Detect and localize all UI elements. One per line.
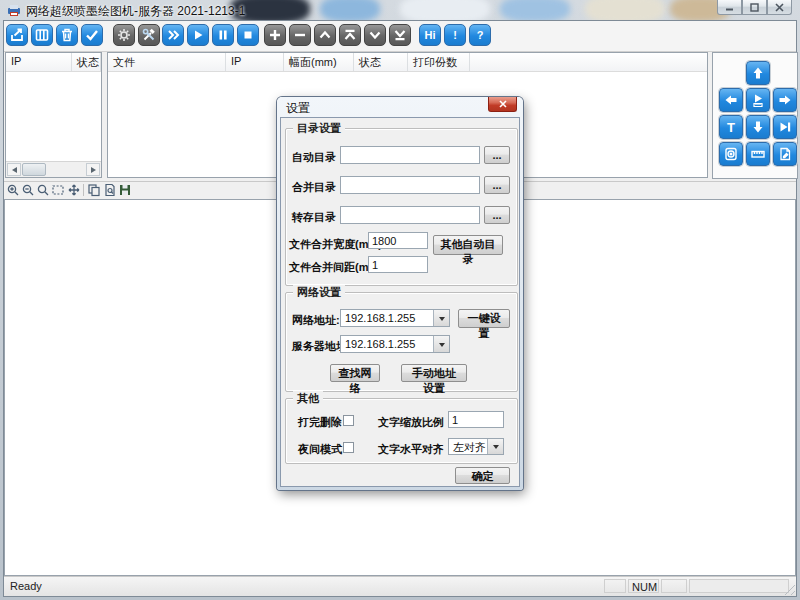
- minus-icon: [292, 27, 308, 43]
- column-header-status[interactable]: 状态: [354, 53, 408, 71]
- nav-print-test-button[interactable]: [746, 88, 770, 112]
- nav-doc-inspect-button[interactable]: [773, 142, 797, 166]
- server-address-dropdown-button[interactable]: [433, 336, 449, 352]
- open-file-button[interactable]: [6, 24, 28, 46]
- network-address-combo[interactable]: 192.168.1.255: [340, 309, 450, 327]
- toolbar-separator: [83, 184, 84, 196]
- maximize-button[interactable]: [742, 0, 767, 15]
- copy-pages-icon: [87, 183, 101, 197]
- trash-icon: [59, 27, 75, 43]
- alert-button[interactable]: !: [444, 24, 466, 46]
- zoom-in-button[interactable]: [6, 183, 20, 197]
- delete-after-print-checkbox[interactable]: [343, 415, 354, 426]
- column-header-file[interactable]: 文件: [108, 53, 226, 71]
- ruler-icon: [750, 146, 766, 162]
- minimize-icon: [725, 3, 734, 12]
- dialog-close-button[interactable]: [488, 97, 517, 112]
- gear-icon: [116, 27, 132, 43]
- merge-gap-input[interactable]: [368, 256, 428, 273]
- gear-button[interactable]: [113, 24, 135, 46]
- remove-button[interactable]: [289, 24, 311, 46]
- ok-button[interactable]: 确定: [455, 467, 510, 484]
- columns-button[interactable]: [31, 24, 53, 46]
- text-tool-label: T: [727, 120, 735, 135]
- preview-button[interactable]: [103, 183, 117, 197]
- merge-dir-browse-button[interactable]: ...: [484, 176, 510, 194]
- text-align-label: 文字水平对齐: [378, 442, 444, 457]
- stop-button[interactable]: [237, 24, 259, 46]
- settings-tools-button[interactable]: [138, 24, 160, 46]
- column-header-ip[interactable]: IP: [226, 53, 284, 71]
- scroll-right-arrow[interactable]: [86, 163, 100, 176]
- status-cell-1: [604, 579, 626, 593]
- save-dir-input[interactable]: [340, 206, 480, 224]
- merge-width-input[interactable]: [368, 232, 428, 249]
- other-auto-dirs-button[interactable]: 其他自动目录: [433, 235, 503, 255]
- delete-button[interactable]: [56, 24, 78, 46]
- open-file-icon: [9, 27, 25, 43]
- dialog-close-icon: [499, 100, 507, 108]
- text-align-value: 左对齐: [453, 440, 486, 455]
- nav-up-button[interactable]: [746, 61, 770, 85]
- add-button[interactable]: [264, 24, 286, 46]
- pause-button[interactable]: [212, 24, 234, 46]
- help-label: ?: [477, 29, 484, 41]
- text-align-select[interactable]: 左对齐: [448, 438, 504, 455]
- scroll-thumb[interactable]: [22, 163, 46, 176]
- text-align-dropdown-button[interactable]: [487, 439, 503, 454]
- select-region-button[interactable]: [51, 183, 65, 197]
- night-mode-checkbox[interactable]: [343, 442, 354, 453]
- directory-group-title: 目录设置: [293, 121, 345, 136]
- save-dir-browse-button[interactable]: ...: [484, 206, 510, 224]
- nav-right-button[interactable]: [773, 88, 797, 112]
- zoom-out-button[interactable]: [21, 183, 35, 197]
- merge-dir-input[interactable]: [340, 176, 480, 194]
- fast-forward-button[interactable]: [162, 24, 184, 46]
- pan-button[interactable]: [67, 183, 81, 197]
- play-ruler-icon: [750, 92, 766, 108]
- auto-dir-input[interactable]: [340, 146, 480, 164]
- minimize-button[interactable]: [717, 0, 742, 15]
- column-header-copies[interactable]: 打印份数: [408, 53, 470, 71]
- zoom-fit-button[interactable]: [36, 183, 50, 197]
- nav-down-button[interactable]: [746, 115, 770, 139]
- move-to-bottom-button[interactable]: [389, 24, 411, 46]
- move-down-button[interactable]: [364, 24, 386, 46]
- save-button[interactable]: [118, 183, 132, 197]
- window-controls: [717, 0, 792, 15]
- start-button[interactable]: [187, 24, 209, 46]
- network-address-dropdown-button[interactable]: [433, 310, 449, 326]
- nav-skip-end-button[interactable]: [773, 115, 797, 139]
- auto-dir-browse-button[interactable]: ...: [484, 146, 510, 164]
- move-up-button[interactable]: [314, 24, 336, 46]
- move-to-top-button[interactable]: [339, 24, 361, 46]
- network-address-label: 网络地址:: [292, 313, 340, 328]
- tools-icon: [141, 27, 157, 43]
- nav-camera-button[interactable]: [719, 142, 743, 166]
- hi-button[interactable]: Hi: [419, 24, 441, 46]
- text-scale-input[interactable]: [448, 411, 504, 428]
- help-button[interactable]: ?: [469, 24, 491, 46]
- column-header-ip[interactable]: IP: [6, 53, 72, 71]
- find-network-button[interactable]: 查找网络: [330, 364, 380, 382]
- settings-dialog: 设置 目录设置 自动目录 ... 合并目录 ... 转存目录 ... 文件合并宽…: [277, 97, 523, 490]
- scroll-left-arrow[interactable]: [7, 163, 21, 176]
- navigation-panel: T: [712, 52, 798, 179]
- text-scale-label: 文字缩放比例: [378, 415, 444, 430]
- close-button[interactable]: [767, 0, 792, 15]
- double-chevron-right-icon: [165, 27, 181, 43]
- column-header-filler: [470, 53, 707, 71]
- device-list[interactable]: IP 状态: [5, 52, 102, 178]
- manual-address-button[interactable]: 手动地址设置: [401, 364, 467, 382]
- server-address-combo[interactable]: 192.168.1.255: [340, 335, 450, 353]
- column-header-status[interactable]: 状态: [72, 53, 101, 71]
- night-mode-label: 夜间模式: [298, 442, 342, 457]
- one-key-setup-button[interactable]: 一键设置: [458, 309, 510, 328]
- confirm-button[interactable]: [81, 24, 103, 46]
- nav-text-button[interactable]: T: [719, 115, 743, 139]
- column-header-size[interactable]: 幅面(mm): [284, 53, 354, 71]
- nav-ruler-button[interactable]: [746, 142, 770, 166]
- nav-left-button[interactable]: [719, 88, 743, 112]
- copy-button[interactable]: [87, 183, 101, 197]
- device-list-hscrollbar[interactable]: [6, 161, 101, 177]
